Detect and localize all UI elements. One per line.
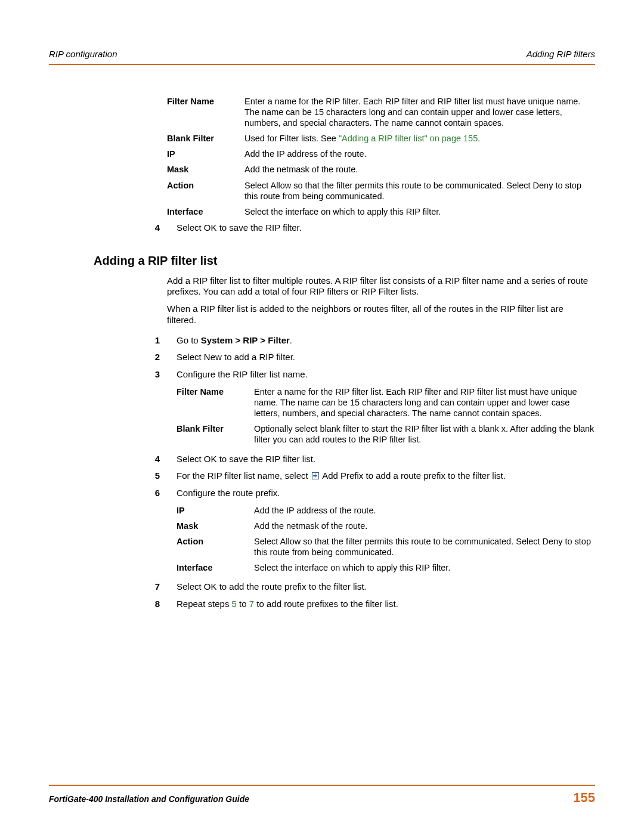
page-number: 155 <box>573 789 595 806</box>
step-text: Go to System > RIP > Filter. <box>177 335 595 346</box>
header-left: RIP configuration <box>49 49 117 60</box>
page: RIP configuration Adding RIP filters Fil… <box>0 0 644 833</box>
step-text: Select OK to save the RIP filter list. <box>177 454 595 465</box>
def-term: Interface <box>177 560 254 575</box>
def-row: Filter Name Enter a name for the RIP fil… <box>177 384 595 421</box>
def-term: Interface <box>167 204 244 219</box>
intro-paragraph: When a RIP filter list is added to the n… <box>167 304 595 326</box>
step-item: 8 Repeat steps 5 to 7 to add route prefi… <box>49 596 595 613</box>
step-text: Configure the RIP filter list name. Filt… <box>177 369 595 447</box>
step-number: 3 <box>151 369 160 447</box>
step-item: 7 Select OK to add the route prefix to t… <box>49 578 595 596</box>
def-term: Blank Filter <box>167 131 244 146</box>
def-row: Mask Add the netmask of the route. <box>167 162 595 177</box>
header-right: Adding RIP filters <box>527 49 595 60</box>
def-desc: Select Allow so that the filter permits … <box>244 178 595 204</box>
footer-rule <box>49 785 595 786</box>
step-text: Repeat steps 5 to 7 to add route prefixe… <box>177 599 595 610</box>
def-term: Action <box>177 534 254 560</box>
def-desc: Select the interface on which to apply t… <box>254 560 595 575</box>
def-row: Action Select Allow so that the filter p… <box>177 534 595 560</box>
step-text: Select OK to save the RIP filter. <box>177 222 595 234</box>
intro-paragraph: Add a RIP filter list to filter multiple… <box>167 275 595 298</box>
def-row: Action Select Allow so that the filter p… <box>167 178 595 204</box>
def-row: Filter Name Enter a name for the RIP fil… <box>167 94 595 131</box>
step-number: 5 <box>151 470 160 482</box>
step-number: 4 <box>151 454 160 465</box>
def-term: IP <box>167 146 244 162</box>
def-row: IP Add the IP address of the route. <box>177 503 595 518</box>
def-desc: Add the IP address of the route. <box>244 146 595 162</box>
step-item: 4 Select OK to save the RIP filter. <box>49 219 595 237</box>
step-ref-link[interactable]: 5 <box>232 599 237 609</box>
definition-table-3: IP Add the IP address of the route. Mask… <box>177 503 595 576</box>
step-text: Select OK to add the route prefix to the… <box>177 581 595 593</box>
def-desc: Add the netmask of the route. <box>254 518 595 534</box>
step-text: Select New to add a RIP filter. <box>177 352 595 363</box>
footer-title: FortiGate-400 Installation and Configura… <box>49 794 249 805</box>
def-term: Filter Name <box>177 384 254 421</box>
def-desc: Enter a name for the RIP filter list. Ea… <box>254 384 595 421</box>
header-rule <box>49 64 595 65</box>
def-row: Interface Select the interface on which … <box>167 204 595 219</box>
def-term: Action <box>167 178 244 204</box>
step-number: 2 <box>151 352 160 363</box>
def-term: Filter Name <box>167 94 244 131</box>
def-desc: Add the IP address of the route. <box>254 503 595 518</box>
def-row: Blank Filter Optionally select blank fil… <box>177 421 595 447</box>
def-row: IP Add the IP address of the route. <box>167 146 595 162</box>
def-desc: Optionally select blank filter to start … <box>254 421 595 447</box>
step-number: 4 <box>151 222 160 234</box>
def-row: Blank Filter Used for Filter lists. See … <box>167 131 595 146</box>
step-4-prev: 4 Select OK to save the RIP filter. <box>49 219 595 237</box>
def-desc: Add the netmask of the route. <box>244 162 595 177</box>
def-desc: Select Allow so that the filter permits … <box>254 534 595 560</box>
step-number: 6 <box>151 488 160 575</box>
step-number: 8 <box>151 599 160 610</box>
running-header: RIP configuration Adding RIP filters <box>49 49 595 64</box>
definition-table-2: Filter Name Enter a name for the RIP fil… <box>177 384 595 448</box>
step-item: 4 Select OK to save the RIP filter list. <box>49 451 595 468</box>
procedure-steps: 1 Go to System > RIP > Filter. 2 Select … <box>49 332 595 613</box>
def-term: Blank Filter <box>177 421 254 447</box>
step-text: Configure the route prefix. IP Add the I… <box>177 488 595 575</box>
step-number: 7 <box>151 581 160 593</box>
def-term: IP <box>177 503 254 518</box>
step-item: 3 Configure the RIP filter list name. Fi… <box>49 366 595 450</box>
def-term: Mask <box>167 162 244 177</box>
page-footer: FortiGate-400 Installation and Configura… <box>49 785 595 806</box>
def-row: Mask Add the netmask of the route. <box>177 518 595 534</box>
add-prefix-icon <box>312 472 319 479</box>
step-text: For the RIP filter list name, select Add… <box>177 470 595 482</box>
step-ref-link[interactable]: 7 <box>249 599 254 609</box>
cross-ref-link[interactable]: "Adding a RIP filter list" on page 155 <box>339 134 478 143</box>
definition-table-1: Filter Name Enter a name for the RIP fil… <box>167 94 595 219</box>
section-heading: Adding a RIP filter list <box>94 253 595 268</box>
step-item: 5 For the RIP filter list name, select A… <box>49 467 595 485</box>
step-item: 2 Select New to add a RIP filter. <box>49 349 595 366</box>
def-desc: Enter a name for the RIP filter. Each RI… <box>244 94 595 131</box>
step-item: 6 Configure the route prefix. IP Add the… <box>49 485 595 578</box>
def-desc: Used for Filter lists. See "Adding a RIP… <box>244 131 595 146</box>
def-term: Mask <box>177 518 254 534</box>
def-row: Interface Select the interface on which … <box>177 560 595 575</box>
step-item: 1 Go to System > RIP > Filter. <box>49 332 595 349</box>
step-number: 1 <box>151 335 160 346</box>
def-desc: Select the interface on which to apply t… <box>244 204 595 219</box>
